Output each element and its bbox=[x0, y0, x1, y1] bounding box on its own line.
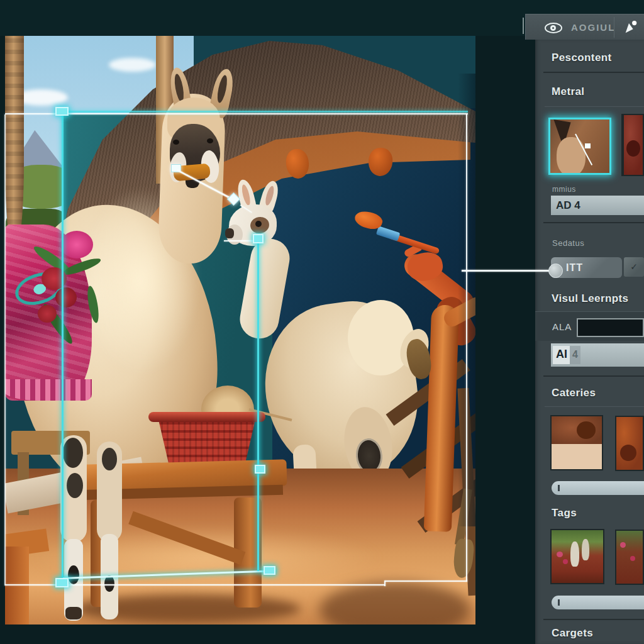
thumb-mini-handle bbox=[585, 143, 591, 148]
thumb-llama-figure bbox=[582, 539, 589, 560]
thumb-flower-dot bbox=[630, 556, 635, 561]
ala-label: ALA bbox=[552, 321, 572, 332]
section-title-tags: Tags bbox=[552, 507, 577, 519]
ear-inner bbox=[173, 74, 186, 103]
wood-pole-left bbox=[5, 36, 24, 247]
metral-thumbnail-selected[interactable] bbox=[548, 118, 611, 175]
section-title-cateries: Cateries bbox=[552, 387, 596, 399]
thumb-meadow bbox=[616, 531, 643, 584]
ear-inner bbox=[216, 74, 229, 104]
llama-large-leg bbox=[60, 435, 87, 542]
panel-topbar-tick bbox=[523, 18, 524, 34]
selection-handle-bottom-left[interactable] bbox=[55, 578, 69, 587]
ear-inner bbox=[240, 184, 252, 206]
sedatus-label: Sedatus bbox=[552, 238, 584, 248]
divider bbox=[545, 406, 644, 407]
leg-spot bbox=[104, 575, 114, 592]
divider bbox=[543, 72, 644, 73]
eye-icon[interactable] bbox=[545, 23, 562, 33]
thumb-flower-dot bbox=[563, 559, 568, 564]
cateries-slider[interactable] bbox=[552, 481, 644, 495]
ala-input[interactable] bbox=[577, 318, 644, 337]
selection-handle-bottom-right[interactable] bbox=[264, 566, 275, 575]
sedatus-check-button[interactable]: ✓ bbox=[624, 257, 644, 277]
panel-topbar: AOGIUL bbox=[525, 14, 644, 40]
leg-spot bbox=[67, 473, 83, 498]
llama-small-eye bbox=[255, 221, 262, 227]
cursor-arrow-icon[interactable] bbox=[623, 19, 638, 35]
mmius-label: mmius bbox=[552, 185, 576, 194]
connector-line bbox=[462, 270, 555, 272]
flower-magenta bbox=[60, 231, 93, 258]
flower-red bbox=[55, 287, 77, 308]
thumb-dark-blotch bbox=[626, 140, 640, 157]
cloud bbox=[109, 58, 156, 72]
ai-value: AI bbox=[556, 348, 567, 361]
thumb-llama-figure bbox=[570, 541, 579, 567]
llama-large-eye bbox=[173, 140, 179, 145]
panel-header: Pescontent bbox=[552, 52, 612, 64]
selection-handle-top-left[interactable] bbox=[55, 107, 69, 116]
metral-thumbnail[interactable] bbox=[621, 114, 644, 176]
ai-input[interactable]: AI 4 bbox=[551, 343, 644, 367]
section-title-metral: Metral bbox=[552, 86, 584, 98]
connector-knob[interactable] bbox=[548, 264, 563, 278]
photo-canvas[interactable] bbox=[5, 36, 475, 625]
hoof bbox=[65, 607, 82, 619]
divider bbox=[543, 619, 644, 620]
cateries-thumbnail[interactable] bbox=[550, 415, 603, 470]
sedatus-value: ITT bbox=[566, 262, 583, 273]
llama-large-leg bbox=[97, 441, 122, 542]
check-icon: ✓ bbox=[630, 262, 638, 272]
thumb-fur bbox=[616, 417, 643, 470]
thumb-fur-blotch bbox=[577, 421, 596, 439]
properties-panel: Pescontent Metral mmius AD 4 Sedatus ITT… bbox=[535, 40, 644, 644]
inner-selection-left-edge[interactable] bbox=[62, 114, 64, 580]
eye-pupil-center bbox=[552, 27, 554, 29]
llama-large-eye bbox=[207, 138, 213, 143]
ai-suffix: 4 bbox=[572, 349, 578, 360]
selection-box-left-edge[interactable] bbox=[4, 114, 6, 586]
selection-box-right-edge[interactable] bbox=[466, 114, 467, 582]
inner-selection-right-edge[interactable] bbox=[257, 242, 259, 571]
section-title-visual: Visul Leernpts bbox=[552, 292, 628, 305]
app-window: AOGIUL Pescontent Metral mmius AD 4 bbox=[0, 0, 644, 644]
ala-row: ALA bbox=[535, 311, 644, 341]
inner-selection-top-stub bbox=[224, 240, 255, 242]
divider bbox=[545, 106, 644, 107]
leg-spot bbox=[68, 565, 79, 584]
selection-box-top-edge[interactable] bbox=[5, 113, 468, 114]
thumb-beige-swatch bbox=[552, 444, 602, 469]
thumb-flower-dot bbox=[557, 552, 563, 557]
section-title-cargets: Cargets bbox=[552, 627, 593, 640]
tags-slider[interactable] bbox=[552, 596, 644, 609]
mmius-input[interactable]: AD 4 bbox=[551, 196, 644, 215]
flower-red bbox=[38, 305, 57, 323]
tags-thumbnail[interactable] bbox=[550, 529, 604, 584]
selection-glow-top bbox=[60, 111, 468, 113]
cateries-thumbnail[interactable] bbox=[615, 416, 644, 471]
divider bbox=[543, 375, 644, 377]
tags-thumbnail[interactable] bbox=[615, 530, 644, 585]
leg-spot bbox=[102, 448, 117, 470]
thumb-flower-dot bbox=[620, 542, 626, 548]
basket-rim bbox=[148, 412, 265, 422]
blanket-fringe bbox=[5, 379, 92, 401]
llama-small-nose bbox=[225, 228, 234, 238]
slider-tick[interactable] bbox=[558, 485, 560, 491]
topbar-divider bbox=[614, 17, 614, 38]
topbar-title: AOGIUL bbox=[571, 22, 615, 33]
selection-handle-right-top[interactable] bbox=[253, 234, 264, 243]
selection-handle-right-mid[interactable] bbox=[255, 465, 265, 474]
ear-inner bbox=[264, 185, 275, 206]
slider-tick[interactable] bbox=[558, 599, 560, 606]
selection-box-bottom-edge[interactable] bbox=[385, 580, 467, 582]
divider bbox=[543, 222, 644, 223]
thumb-fur-blotch bbox=[620, 445, 636, 461]
leg-spot bbox=[63, 438, 83, 468]
